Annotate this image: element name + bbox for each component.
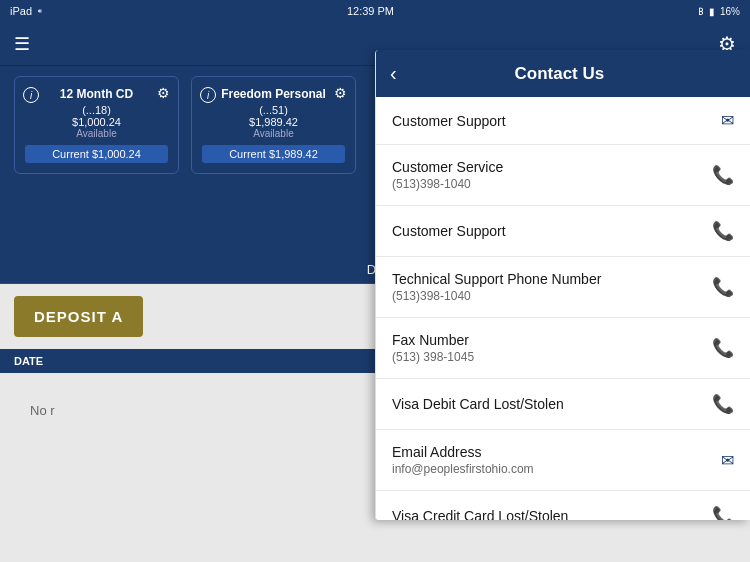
contact-item-title-6: Email Address	[392, 444, 721, 460]
phone-icon-3: 📞	[712, 276, 734, 298]
card-amount-cd: $1,000.24	[25, 116, 168, 128]
card-subtitle-personal: (...51)	[202, 104, 345, 116]
col-date: DATE	[14, 355, 255, 367]
back-button[interactable]: ‹	[390, 62, 397, 85]
contact-title: Contact Us	[407, 64, 736, 84]
contact-item-title-5: Visa Debit Card Lost/Stolen	[392, 396, 712, 412]
card-gear-icon-personal[interactable]: ⚙	[334, 85, 347, 101]
contact-item-sub-3: (513)398-1040	[392, 289, 712, 303]
contact-item-title-3: Technical Support Phone Number	[392, 271, 712, 287]
contact-item-sub-6: info@peoplesfirstohio.com	[392, 462, 721, 476]
card-info-icon-personal[interactable]: i	[200, 87, 216, 103]
card-title-personal: Freedom Personal	[202, 87, 345, 101]
phone-icon-4: 📞	[712, 337, 734, 359]
card-info-icon-cd[interactable]: i	[23, 87, 39, 103]
status-bar: iPad ⁌ 12:39 PM 𐌁 ▮ 16%	[0, 0, 750, 22]
card-label-personal: Available	[202, 128, 345, 139]
contact-item-title-4: Fax Number	[392, 332, 712, 348]
wifi-icon: ⁌	[37, 5, 43, 18]
card-current-cd: Current $1,000.24	[25, 145, 168, 163]
contact-item-sub-4: (513) 398-1045	[392, 350, 712, 364]
contact-item-5[interactable]: Visa Debit Card Lost/Stolen 📞	[376, 379, 750, 430]
card-amount-personal: $1,989.42	[202, 116, 345, 128]
account-card-cd: i ⚙ 12 Month CD (...18) $1,000.24 Availa…	[14, 76, 179, 174]
cards-row: i ⚙ 12 Month CD (...18) $1,000.24 Availa…	[0, 66, 370, 184]
battery-label: 16%	[720, 6, 740, 17]
contact-item-2[interactable]: Customer Support 📞	[376, 206, 750, 257]
contact-item-0[interactable]: Customer Support ✉	[376, 97, 750, 145]
card-subtitle-cd: (...18)	[25, 104, 168, 116]
account-card-personal: i ⚙ Freedom Personal (...51) $1,989.42 A…	[191, 76, 356, 174]
phone-icon-5: 📞	[712, 393, 734, 415]
contact-header: ‹ Contact Us	[376, 50, 750, 97]
contact-item-title-1: Customer Service	[392, 159, 712, 175]
time-label: 12:39 PM	[347, 5, 394, 17]
contact-item-1[interactable]: Customer Service (513)398-1040 📞	[376, 145, 750, 206]
contact-item-6[interactable]: Email Address info@peoplesfirstohio.com …	[376, 430, 750, 491]
mail-icon-0: ✉	[721, 111, 734, 130]
contact-item-4[interactable]: Fax Number (513) 398-1045 📞	[376, 318, 750, 379]
battery-icon: ▮	[709, 6, 715, 17]
bluetooth-icon: 𐌁	[698, 6, 704, 17]
contact-item-7[interactable]: Visa Credit Card Lost/Stolen 📞	[376, 491, 750, 520]
menu-icon[interactable]: ☰	[14, 33, 30, 55]
status-left: iPad ⁌	[10, 5, 43, 18]
mail-icon-6: ✉	[721, 451, 734, 470]
card-label-cd: Available	[25, 128, 168, 139]
status-right: 𐌁 ▮ 16%	[698, 6, 740, 17]
card-current-personal: Current $1,989.42	[202, 145, 345, 163]
phone-icon-1: 📞	[712, 164, 734, 186]
phone-icon-2: 📞	[712, 220, 734, 242]
card-gear-icon-cd[interactable]: ⚙	[157, 85, 170, 101]
contact-item-title-0: Customer Support	[392, 113, 721, 129]
deposit-button[interactable]: DEPOSIT A	[14, 296, 143, 337]
contact-item-3[interactable]: Technical Support Phone Number (513)398-…	[376, 257, 750, 318]
contact-panel: ‹ Contact Us Customer Support ✉ Customer…	[375, 50, 750, 520]
carrier-label: iPad	[10, 5, 32, 17]
contact-item-sub-1: (513)398-1040	[392, 177, 712, 191]
contact-item-title-7: Visa Credit Card Lost/Stolen	[392, 508, 712, 520]
contact-item-title-2: Customer Support	[392, 223, 712, 239]
phone-icon-7: 📞	[712, 505, 734, 520]
card-title-cd: 12 Month CD	[25, 87, 168, 101]
